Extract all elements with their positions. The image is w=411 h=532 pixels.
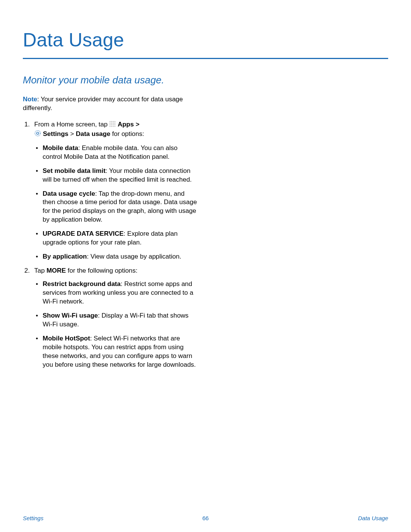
bullet-data-usage-cycle: Data usage cycle: Tap the drop-down menu… (34, 190, 198, 225)
settings-label: Settings (43, 130, 68, 137)
svg-point-3 (115, 121, 116, 122)
apps-label: Apps (118, 121, 134, 128)
page-subtitle: Monitor your mobile data usage. (23, 74, 388, 86)
step-2-intro: Tap MORE for the following options: (34, 267, 198, 275)
step-2-bullets: Restrict background data: Restrict some … (34, 280, 198, 369)
step-number: 1. (24, 120, 30, 129)
settings-gear-icon (34, 130, 41, 139)
step-1-intro: From a Home screen, tap Apps > (34, 120, 198, 139)
svg-point-7 (115, 123, 116, 124)
footer-right: Data Usage (358, 515, 388, 521)
svg-point-10 (113, 124, 114, 125)
data-usage-label: Data usage (76, 130, 110, 137)
bullet-mobile-data: Mobile data: Enable mobile data. You can… (34, 144, 198, 161)
content-column: Note: Your service provider may account … (23, 95, 198, 369)
step-1: 1. From a Home screen, tap (23, 120, 198, 261)
note-label: Note (23, 96, 37, 103)
document-page: Data Usage Monitor your mobile data usag… (0, 0, 411, 532)
footer-left: Settings (23, 515, 43, 521)
bullet-mobile-hotspot: Mobile HotSpot: Select Wi-Fi networks th… (34, 334, 198, 369)
bullet-upgrade-data-service: UPGRADE DATA SERVICE: Explore data plan … (34, 230, 198, 247)
apps-grid-icon (109, 121, 116, 130)
sep-arrow-2: > (68, 130, 76, 137)
note-paragraph: Note: Your service provider may account … (23, 95, 198, 113)
svg-point-17 (37, 132, 39, 134)
svg-point-12 (110, 126, 111, 127)
steps-list: 1. From a Home screen, tap (23, 120, 198, 369)
svg-point-16 (35, 131, 40, 136)
step-1-text-b: for options: (110, 130, 144, 137)
bullet-by-application: By application: View data usage by appli… (34, 252, 198, 261)
svg-point-9 (111, 124, 112, 125)
sep-arrow-1: > (134, 121, 140, 128)
bullet-set-mobile-data-limit: Set mobile data limit: Your mobile data … (34, 167, 198, 184)
svg-point-1 (111, 121, 112, 122)
step-1-text-a: From a Home screen, tap (34, 121, 109, 128)
svg-point-11 (115, 124, 116, 125)
svg-point-0 (110, 121, 111, 122)
page-title: Data Usage (23, 29, 388, 51)
note-text: : Your service provider may account for … (23, 96, 183, 112)
page-footer: Settings 66 Data Usage (23, 515, 388, 521)
step-2: 2. Tap MORE for the following options: R… (23, 267, 198, 369)
svg-point-5 (111, 123, 112, 124)
bullet-show-wifi-usage: Show Wi-Fi usage: Display a Wi-Fi tab th… (34, 312, 198, 329)
footer-page-number: 66 (202, 515, 209, 521)
svg-point-6 (113, 123, 114, 124)
svg-point-14 (113, 126, 114, 127)
title-divider (23, 58, 388, 59)
step-1-bullets: Mobile data: Enable mobile data. You can… (34, 144, 198, 261)
bullet-restrict-background-data: Restrict background data: Restrict some … (34, 280, 198, 306)
svg-point-8 (110, 124, 111, 125)
more-label: MORE (46, 267, 66, 274)
step-number: 2. (24, 267, 30, 275)
svg-point-13 (111, 126, 112, 127)
svg-point-2 (113, 121, 114, 122)
step-2-text-a: Tap (34, 267, 46, 274)
svg-point-15 (115, 126, 116, 127)
step-2-text-b: for the following options: (66, 267, 137, 274)
svg-point-4 (110, 123, 111, 124)
